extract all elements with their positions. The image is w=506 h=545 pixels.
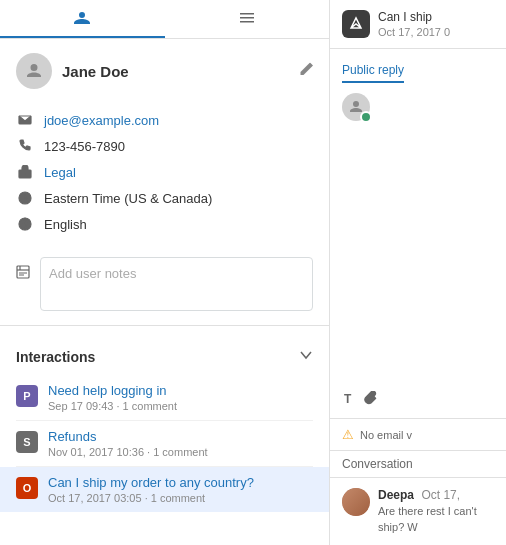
reply-section: Public reply T <box>330 49 506 419</box>
email-icon <box>16 111 34 129</box>
ticket-title: Can I ship <box>378 10 450 24</box>
interaction-title: Need help logging in <box>48 383 313 398</box>
chevron-down-icon <box>299 348 313 365</box>
reply-composer <box>342 93 494 383</box>
deepa-message-text: Are there rest I can't ship? W <box>378 504 494 535</box>
svg-rect-5 <box>17 266 29 278</box>
interaction-meta: Oct 17, 2017 03:05 · 1 comment <box>48 492 313 504</box>
user-icon <box>74 10 90 26</box>
brand-icon <box>342 10 370 38</box>
notes-icon <box>16 265 32 282</box>
user-info: jdoe@example.com 123-456-7890 Legal <box>0 103 329 249</box>
interaction-list: P Need help logging in Sep 17 09:43 · 1 … <box>0 375 329 512</box>
conversation-label: Conversation <box>342 457 413 471</box>
reply-tab-bar: Public reply <box>342 59 494 83</box>
list-item[interactable]: O Can I ship my order to any country? Oc… <box>0 467 329 512</box>
divider <box>0 325 329 326</box>
tab-user[interactable] <box>0 0 165 38</box>
language-row: English <box>16 211 313 237</box>
right-panel: Can I ship Oct 17, 2017 0 Public reply T <box>330 0 506 545</box>
ticket-date: Oct 17, 2017 0 <box>378 26 450 38</box>
interaction-content: Refunds Nov 01, 2017 10:36 · 1 comment <box>48 429 313 458</box>
warning-text: No email v <box>360 429 412 441</box>
user-name: Jane Doe <box>62 63 313 80</box>
edit-icon[interactable] <box>299 63 313 80</box>
svg-text:T: T <box>344 392 352 405</box>
conversation-row: Conversation <box>330 450 506 477</box>
attach-icon[interactable] <box>364 391 378 408</box>
reply-text-area[interactable] <box>378 93 494 173</box>
interaction-meta: Nov 01, 2017 10:36 · 1 comment <box>48 446 313 458</box>
interaction-badge: P <box>16 385 38 407</box>
reply-toolbar: T <box>342 391 494 408</box>
user-header: Jane Doe <box>0 39 329 103</box>
interactions-header[interactable]: Interactions <box>0 338 329 375</box>
bold-icon[interactable]: T <box>342 391 356 408</box>
avatar <box>16 53 52 89</box>
interaction-badge: S <box>16 431 38 453</box>
interaction-badge: O <box>16 477 38 499</box>
phone-row: 123-456-7890 <box>16 133 313 159</box>
tab-bar <box>0 0 329 39</box>
ticket-info: Can I ship Oct 17, 2017 0 <box>378 10 450 38</box>
tab-public-reply[interactable]: Public reply <box>342 59 404 83</box>
language-icon <box>16 215 34 233</box>
deepa-content: Deepa Oct 17, Are there rest I can't shi… <box>378 488 494 535</box>
deepa-message-row: Deepa Oct 17, Are there rest I can't shi… <box>330 477 506 545</box>
interaction-title: Can I ship my order to any country? <box>48 475 313 490</box>
deepa-name: Deepa Oct 17, <box>378 488 494 502</box>
interaction-content: Can I ship my order to any country? Oct … <box>48 475 313 504</box>
reply-avatar <box>342 93 370 121</box>
svg-point-8 <box>363 114 369 120</box>
timezone-icon <box>16 189 34 207</box>
org-link[interactable]: Legal <box>44 165 76 180</box>
deepa-avatar <box>342 488 370 516</box>
ticket-header: Can I ship Oct 17, 2017 0 <box>330 0 506 49</box>
timezone-row: Eastern Time (US & Canada) <box>16 185 313 211</box>
left-panel: Jane Doe jdoe@example.com <box>0 0 330 545</box>
email-row: jdoe@example.com <box>16 107 313 133</box>
org-icon <box>16 163 34 181</box>
interaction-content: Need help logging in Sep 17 09:43 · 1 co… <box>48 383 313 412</box>
email-link[interactable]: jdoe@example.com <box>44 113 159 128</box>
language-text: English <box>44 217 87 232</box>
phone-text: 123-456-7890 <box>44 139 125 154</box>
notes-area <box>16 257 313 311</box>
tab-menu[interactable] <box>165 0 330 38</box>
deepa-date: Oct 17, <box>421 488 460 502</box>
org-row: Legal <box>16 159 313 185</box>
interaction-meta: Sep 17 09:43 · 1 comment <box>48 400 313 412</box>
menu-icon <box>239 10 255 26</box>
phone-icon <box>16 137 34 155</box>
interaction-title: Refunds <box>48 429 313 444</box>
warning-row: ⚠ No email v <box>330 419 506 450</box>
warning-icon: ⚠ <box>342 427 354 442</box>
avatar-badge <box>360 111 372 123</box>
list-item[interactable]: S Refunds Nov 01, 2017 10:36 · 1 comment <box>16 421 313 467</box>
avatar-icon <box>24 61 44 81</box>
interactions-title: Interactions <box>16 349 95 365</box>
notes-textarea[interactable] <box>40 257 313 311</box>
timezone-text: Eastern Time (US & Canada) <box>44 191 212 206</box>
list-item[interactable]: P Need help logging in Sep 17 09:43 · 1 … <box>16 375 313 421</box>
